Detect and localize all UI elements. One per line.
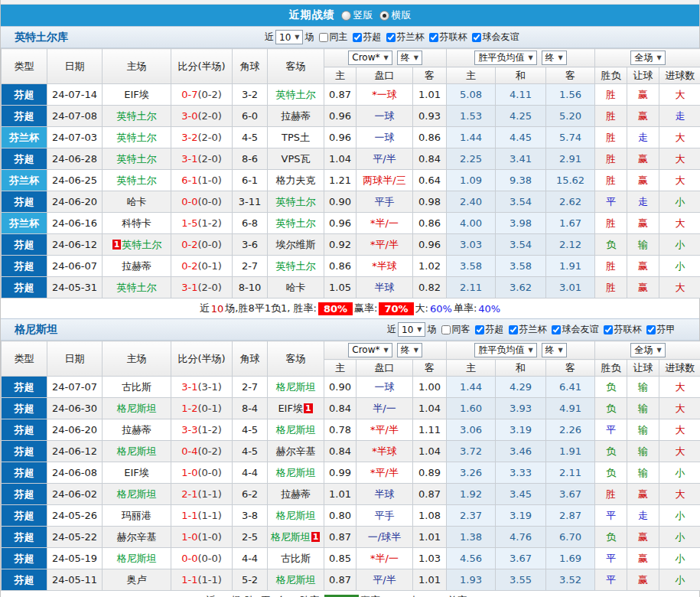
away-team-cell-label: 英特土尔 [276,89,316,100]
match-count-select[interactable]: 10 ▼ [275,30,303,44]
avg-draw-cell: 4.45 [496,127,546,148]
corner-cell: 6-8 [233,213,268,234]
sub-column-header: 主 [324,360,357,377]
corner-cell: 6-2 [233,484,268,505]
radio-icon[interactable] [379,11,389,21]
match-count-select[interactable]: 10 ▼ [398,322,425,337]
halftime-score: (0-1) [197,403,221,414]
checkbox-input[interactable] [509,325,518,334]
chevron-down-icon: ▼ [656,347,661,354]
avg-draw-cell: 3.54 [496,191,546,213]
avg-draw-cell: 4.25 [496,106,546,127]
corner-cell: 6-1 [233,170,268,191]
odds-source-select[interactable]: 终 ▼ [397,343,422,357]
away-odds-cell: 1.01 [413,569,447,591]
checkbox-input[interactable] [319,33,328,42]
goals-result-cell: 大 [659,84,700,106]
filter-checkbox[interactable]: 同主 [319,31,347,44]
checkbox-input[interactable] [472,33,481,42]
odds-source-select[interactable]: 全场 ▼ [630,343,665,357]
avg-home-cell: 1.60 [447,398,496,419]
result-cell: 胜 [595,213,627,234]
handicap-cell: 一球 [357,127,413,148]
radio-horizontal-label: 横版 [392,8,412,22]
sub-column-header: 主 [447,360,496,377]
filter-checkbox[interactable]: 芬兰杯 [509,323,546,336]
avg-home-cell: 1.09 [447,170,496,191]
filter-checkbox[interactable]: 芬甲 [646,323,675,336]
corner-cell: 2-5 [233,527,268,548]
away-team-cell-label: 格尼斯坦 [271,531,311,543]
result-cell: 平 [595,419,627,441]
checkbox-input[interactable] [353,33,362,42]
filter-checkbox[interactable]: 芬联杯 [429,31,467,44]
odds-source-select[interactable]: 终 ▼ [542,51,567,65]
handicap-cell: *半/一 [357,213,413,234]
corner-cell: 8-10 [233,277,268,298]
filter-checkbox[interactable]: 芬超 [475,323,503,336]
home-team-cell-label: 英特土尔 [117,153,157,165]
sub-column-header: 主 [324,67,357,84]
checkbox-input[interactable] [441,325,451,334]
summary-part: 场,胜1平4负5, 胜率: [231,594,323,597]
filter-checkbox[interactable]: 芬联杯 [604,323,641,336]
home-team-cell-label: EIF埃 [124,467,149,478]
home-odds-cell: 0.84 [324,441,357,462]
avg-away-cell: 1.91 [546,441,595,462]
away-team-cell-label: 赫尔辛基 [276,445,316,457]
goals-result-cell: 小 [659,234,700,256]
home-odds-cell: 1.21 [324,170,357,191]
team-section: 格尼斯坦近10 ▼场同客芬超芬兰杯球会友谊芬联杯芬甲类型日期主场比分(半场)角球… [1,318,699,597]
radio-icon[interactable] [341,11,351,21]
sections-container: 英特土尔库近10 ▼场同主芬超芬兰杯芬联杯球会友谊类型日期主场比分(半场)角球客… [1,26,699,597]
checkbox-input[interactable] [475,325,484,334]
home-odds-cell: 0.84 [324,398,357,419]
halftime-score: (0-1) [197,260,221,272]
layout-radio-horizontal[interactable]: 横版 [379,8,412,22]
home-team-cell: 格尼斯坦 [103,548,171,569]
checkbox-input[interactable] [552,325,561,334]
home-team-cell: 哈卡 [103,191,171,213]
avg-home-cell: 1.38 [447,527,496,548]
handicap-cell: 一球 [357,106,413,127]
table-row: 芬超24-05-26玛丽港1-1(1-1)3-8格尼斯坦0.80平手1.082.… [2,505,700,527]
date-cell: 24-06-07 [47,256,103,277]
radio-vertical-label: 竖版 [353,8,373,22]
date-cell: 24-06-08 [47,462,103,484]
odds-source-select[interactable]: 终 ▼ [397,51,422,65]
goals-result-cell: 小 [659,527,700,548]
filter-checkbox[interactable]: 球会友谊 [552,323,598,336]
checkbox-input[interactable] [646,325,656,334]
odds-source-select[interactable]: Crow* ▼ [348,51,392,65]
odds-source-select[interactable]: 胜平负均值 ▼ [474,51,536,65]
fulltime-score: 1-0 [181,531,197,543]
filter-checkbox[interactable]: 芬兰杯 [386,31,424,44]
avg-away-cell: 2.62 [546,191,595,213]
filter-checkbox[interactable]: 球会友谊 [472,31,519,44]
corner-cell: 4-5 [233,127,268,148]
checkbox-input[interactable] [386,33,396,42]
sub-column-header: 和 [496,360,546,377]
checkbox-input[interactable] [604,325,613,334]
odds-source-select[interactable]: 胜平负均值 ▼ [474,343,536,357]
avg-draw-cell: 4.29 [496,377,546,398]
odds-source-select[interactable]: 终 ▼ [542,343,567,357]
odds-source-select[interactable]: 全场 ▼ [630,51,665,65]
team-section: 英特土尔库近10 ▼场同主芬超芬兰杯芬联杯球会友谊类型日期主场比分(半场)角球客… [1,26,699,318]
score-cell: 1-0(1-0) [171,527,233,548]
sub-column-header: 进球数 [659,360,700,377]
away-odds-cell: 1.01 [413,527,447,548]
goals-result-cell: 小 [659,569,700,591]
column-header: 角球 [233,341,268,377]
handicap-cell: *一球 [357,84,413,106]
handicap-cell: 平手 [357,505,413,527]
checkbox-input[interactable] [429,33,438,42]
avg-draw-cell: 3.62 [496,277,546,298]
away-odds-cell: 0.84 [413,148,447,170]
filter-checkbox[interactable]: 芬超 [353,31,381,44]
odds-source-select[interactable]: Crow* ▼ [348,343,392,357]
filter-checkbox[interactable]: 同客 [441,323,470,336]
home-team-cell: 英特土尔 [103,277,171,298]
layout-radio-vertical[interactable]: 竖版 [341,8,373,22]
avg-home-cell: 1.92 [447,484,496,505]
